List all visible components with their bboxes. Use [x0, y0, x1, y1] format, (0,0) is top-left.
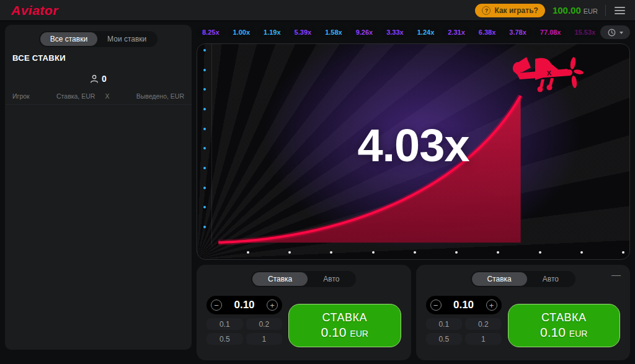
history-multiplier[interactable]: 15.53x	[569, 27, 598, 38]
decrease-button[interactable]: −	[430, 300, 442, 311]
plane-icon: X	[512, 53, 585, 99]
remove-panel-button[interactable]: —	[611, 270, 621, 279]
balance-amount: 100.00	[553, 5, 581, 16]
game-main: 8.25x1.00x1.19x5.39x1.58x9.26x3.33x1.24x…	[197, 25, 630, 360]
quick-bet-button[interactable]: 0.1	[206, 318, 243, 330]
history-dropdown-button[interactable]	[600, 25, 630, 39]
bet-button-label: СТАВКА	[541, 311, 586, 324]
history-multiplier[interactable]: 3.33x	[381, 27, 409, 38]
increase-button[interactable]: +	[486, 300, 497, 311]
amount-stepper: − 0.10 +	[206, 296, 282, 314]
tab-auto[interactable]: Авто	[308, 272, 355, 286]
balance: 100.00 EUR	[553, 5, 598, 16]
history-clock-icon	[607, 28, 616, 37]
game-canvas: X 4.03x	[197, 43, 630, 260]
bets-table-header: Игрок Ставка, EUR X Выведено, EUR	[5, 90, 192, 105]
amount-value[interactable]: 0.10	[234, 299, 254, 311]
bet-panels: Ставка Авто − 0.10 + 0.1 0.2 0.5	[197, 265, 630, 360]
sidebar-tabs: Все ставки Мои ставки	[39, 31, 158, 47]
bet-button-amount: 0.10	[540, 325, 566, 339]
tab-bet[interactable]: Ставка	[252, 272, 308, 286]
bet-panel-2-tabs: Ставка Авто	[471, 271, 575, 287]
history-multiplier[interactable]: 9.26x	[350, 27, 379, 38]
quick-bet-button[interactable]: 0.5	[426, 333, 463, 345]
history-multiplier[interactable]: 5.39x	[289, 27, 318, 38]
person-icon	[90, 74, 99, 83]
place-bet-button[interactable]: СТАВКА 0.10 EUR	[508, 304, 621, 347]
tab-all-bets[interactable]: Все ставки	[40, 32, 97, 46]
history-multiplier[interactable]: 3.78x	[504, 27, 532, 38]
history-multiplier[interactable]: 8.25x	[197, 27, 225, 38]
bet-panel-1: Ставка Авто − 0.10 + 0.1 0.2 0.5	[197, 265, 411, 360]
bets-sidebar: Все ставки Мои ставки ВСЕ СТАВКИ 0 Игрок…	[5, 25, 192, 350]
menu-button[interactable]	[613, 4, 626, 17]
tab-bet[interactable]: Ставка	[472, 272, 527, 286]
question-icon: ?	[482, 6, 491, 15]
col-player: Игрок	[12, 92, 30, 100]
amount-stepper: − 0.10 +	[426, 296, 502, 314]
decrease-button[interactable]: −	[211, 300, 222, 311]
col-bet: Ставка, EUR	[56, 92, 95, 100]
quick-bet-button[interactable]: 0.2	[246, 318, 283, 330]
app-logo: Aviator	[11, 3, 58, 18]
quick-bet-button[interactable]: 0.1	[426, 318, 463, 330]
increase-button[interactable]: +	[267, 300, 278, 311]
x-axis	[212, 246, 629, 259]
tab-auto[interactable]: Авто	[527, 272, 574, 286]
col-cashout: Выведено, EUR	[136, 92, 184, 100]
tab-my-bets[interactable]: Мои ставки	[97, 32, 156, 46]
history-multiplier[interactable]: 6.38x	[473, 27, 502, 38]
history-multiplier[interactable]: 77.08x	[535, 27, 567, 38]
quick-bet-button[interactable]: 1	[246, 333, 283, 345]
bet-panel-2: — Ставка Авто − 0.10 + 0.1 0.2	[416, 265, 631, 360]
bet-button-amount: 0.10	[321, 325, 347, 339]
how-to-play-label: Как играть?	[494, 6, 538, 15]
history-multiplier[interactable]: 1.24x	[412, 27, 440, 38]
top-bar: Aviator ? Как играть? 100.00 EUR	[0, 0, 635, 21]
bet-panel-1-tabs: Ставка Авто	[251, 271, 356, 287]
player-count-value: 0	[102, 74, 107, 84]
current-multiplier: 4.03x	[357, 119, 469, 172]
y-axis	[197, 44, 212, 246]
history-badges: 8.25x1.00x1.19x5.39x1.58x9.26x3.33x1.24x…	[197, 27, 598, 38]
top-bar-right: ? Как играть? 100.00 EUR	[475, 4, 626, 17]
place-bet-button[interactable]: СТАВКА 0.10 EUR	[288, 304, 401, 347]
history-multiplier[interactable]: 1.00x	[228, 27, 256, 38]
hamburger-icon	[615, 7, 625, 8]
amount-value[interactable]: 0.10	[453, 299, 474, 311]
history-multiplier[interactable]: 1.19x	[258, 27, 286, 38]
history-multiplier[interactable]: 1.58x	[319, 27, 348, 38]
bet-button-currency: EUR	[350, 329, 368, 339]
history-row: 8.25x1.00x1.19x5.39x1.58x9.26x3.33x1.24x…	[197, 25, 630, 40]
sidebar-title: ВСЕ СТАВКИ	[5, 51, 192, 68]
chevron-down-icon	[619, 30, 624, 35]
app-body: Все ставки Мои ставки ВСЕ СТАВКИ 0 Игрок…	[0, 21, 635, 360]
bet-button-label: СТАВКА	[322, 311, 367, 324]
bet-button-currency: EUR	[569, 329, 588, 339]
divider	[605, 5, 606, 16]
col-x: X	[105, 92, 109, 100]
quick-bet-button[interactable]: 1	[465, 333, 502, 345]
quick-bet-button[interactable]: 0.5	[206, 333, 243, 345]
balance-currency: EUR	[584, 7, 598, 15]
player-count: 0	[5, 68, 192, 90]
history-multiplier[interactable]: 2.31x	[442, 27, 471, 38]
how-to-play-button[interactable]: ? Как играть?	[475, 4, 544, 17]
quick-bet-button[interactable]: 0.2	[465, 318, 502, 330]
